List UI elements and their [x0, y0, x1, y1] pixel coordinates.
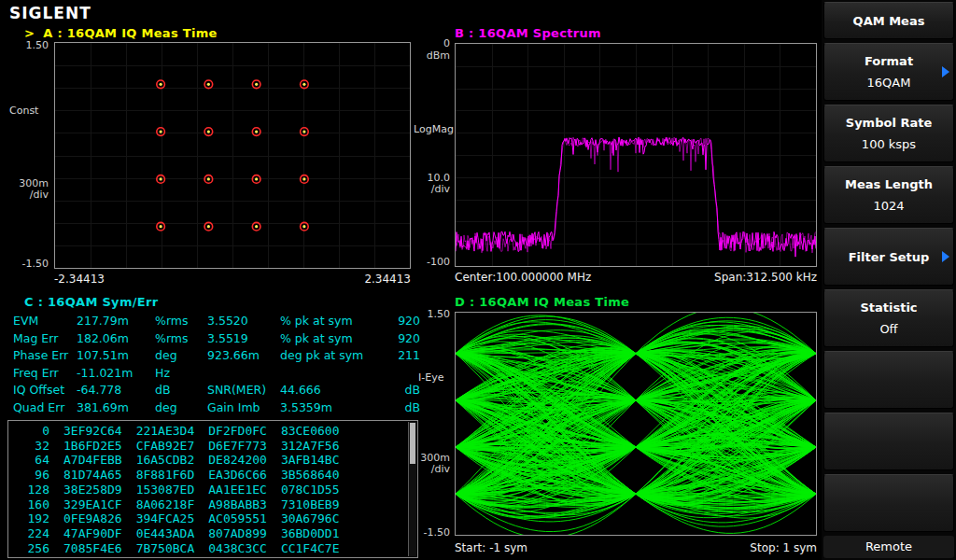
submenu-arrow-icon: [942, 251, 949, 262]
sym-err-meas-table: EVM217.79m%rms3.5520% pk at sym920Mag Er…: [13, 314, 420, 417]
meas-cell: [207, 366, 280, 384]
softkey-filter-setup[interactable]: Filter Setup: [823, 228, 954, 286]
meas-cell: 381.69m: [77, 400, 155, 418]
constellation-canvas: [55, 43, 410, 268]
meas-cell: EVM: [13, 314, 77, 331]
a-x-left-label: -2.34413: [54, 273, 105, 286]
softkey-filter-setup-label: Filter Setup: [824, 250, 953, 264]
eye-canvas: [456, 313, 816, 535]
symbol-table-row: 2567085F4E67B750BCA0438C3CCCC1F4C7E: [16, 541, 340, 556]
meas-cell: Hz: [155, 366, 207, 384]
softkey-statistic[interactable]: Statistic Off: [823, 289, 954, 347]
panel-b-spectrum[interactable]: B : 16QAM Spectrum 0 dBm LogMag 10.0 /di…: [411, 24, 822, 289]
b-span-label: Span:312.500 kHz: [714, 271, 817, 284]
d-start-label: Start: -1 sym: [455, 541, 527, 554]
softkey-format-value: 16QAM: [824, 76, 953, 90]
meas-cell: 3.5520: [207, 314, 280, 331]
symbol-table-row: 160329EA1CF8A06218FA98BABB37310BEB9: [16, 497, 340, 512]
symbol-table-row: 64A7D4FEBB16A5CDB2DE8242003AFB14BC: [16, 453, 340, 468]
softkey-blank-2: [823, 413, 954, 470]
constellation-plot-area: [54, 42, 411, 269]
b-scale-type-label: LogMag: [414, 123, 454, 135]
spectrum-plot-area: [455, 43, 817, 267]
meas-cell: SNR(MER): [207, 383, 280, 400]
b-ref-unit-label: dBm: [411, 49, 450, 62]
meas-cell: deg: [155, 400, 207, 418]
d-scale-per-div-unit: /div: [411, 463, 450, 475]
meas-cell: deg pk at sym: [280, 348, 385, 366]
panel-d-eye-diagram[interactable]: D : 16QAM IQ Meas Time 1.50 I-Eye 300m /…: [411, 291, 822, 560]
meas-cell: 182.06m: [77, 331, 155, 349]
meas-cell: 923.66m: [207, 348, 280, 366]
d-trace-format-label: I-Eye: [418, 371, 443, 384]
d-y-bottom-label: -1.50: [411, 526, 450, 539]
siglent-logo: SIGLENT: [9, 4, 91, 22]
softkey-format-label: Format: [824, 54, 953, 68]
meas-cell: 107.51m: [77, 348, 155, 366]
symbol-table-row: 22447AF90DF0E443ADA807AD89936BD0DD1: [16, 526, 340, 541]
submenu-arrow-icon: [942, 66, 949, 77]
meas-cell: deg: [155, 348, 207, 366]
panel-c-title: C : 16QAM Sym/Err: [24, 295, 158, 309]
symbol-table-row: 12838E258D9153087EDAA1EE1EC078C1D55: [16, 483, 340, 497]
softkey-blank-1: [823, 351, 954, 409]
panel-a-title: A : 16QAM IQ Meas Time: [43, 26, 217, 40]
meas-cell: Phase Err: [13, 348, 77, 366]
analyzer-screen: SIGLENT >A : 16QAM IQ Meas Time 1.50 Con…: [0, 0, 956, 560]
remote-status[interactable]: Remote: [823, 536, 954, 558]
spectrum-canvas: [456, 44, 816, 266]
meas-cell: Freq Err: [13, 366, 77, 384]
symbol-table-row: 1920FE9A826394FCA25AC05955130A6796C: [16, 511, 340, 526]
softkey-statistic-label: Statistic: [824, 301, 953, 315]
softkey-blank-3: [823, 474, 954, 532]
softkey-symbol-rate-label: Symbol Rate: [824, 116, 953, 130]
meas-cell: 44.666: [280, 383, 385, 400]
meas-cell: IQ Offset: [13, 383, 77, 400]
symbol-table-row: 321B6FD2E5CFAB92E7D6E7F773312A7F56: [16, 439, 340, 454]
softkey-symbol-rate[interactable]: Symbol Rate 100 ksps: [823, 105, 954, 162]
meas-cell: dB: [155, 383, 207, 400]
symbol-table-box: 03EF92C64221AE3D4DF2FD0FC83CE0600321B6FD…: [7, 420, 418, 558]
eye-plot-area: [455, 312, 817, 536]
meas-cell: Gain Imb: [207, 400, 280, 418]
d-y-top-label: 1.50: [411, 308, 450, 320]
meas-cell: %rms: [155, 314, 207, 331]
softkey-format[interactable]: Format 16QAM: [823, 43, 954, 101]
b-scale-per-div-unit: /div: [411, 183, 450, 195]
active-window-marker: >: [24, 26, 35, 40]
b-ref-level-label: 0: [411, 37, 450, 49]
meas-cell: Mag Err: [13, 331, 77, 349]
meas-cell: 3.5359m: [280, 400, 385, 418]
symbol-table-row: 03EF92C64221AE3D4DF2FD0FC83CE0600: [16, 424, 340, 439]
softkey-menu: QAM Meas Format 16QAM Symbol Rate 100 ks…: [822, 0, 956, 560]
panel-d-title: D : 16QAM IQ Meas Time: [455, 295, 629, 309]
softkey-meas-length-value: 1024: [824, 199, 953, 213]
softkey-meas-length-label: Meas Length: [824, 177, 953, 191]
a-y-bottom-label: -1.50: [7, 258, 49, 270]
meas-cell: Quad Err: [13, 400, 77, 418]
meas-cell: 217.79m: [77, 314, 155, 331]
softkey-meas-length[interactable]: Meas Length 1024: [823, 166, 954, 224]
meas-cell: -64.778: [77, 383, 155, 400]
panel-c-sym-err[interactable]: C : 16QAM Sym/Err EVM217.79m%rms3.5520% …: [6, 291, 422, 560]
symbol-table-row: 9681D74A658F881F6DEA3D6C663B568640: [16, 468, 340, 483]
a-trace-format-label: Const: [9, 105, 38, 117]
meas-cell: -11.021m: [77, 366, 155, 384]
b-center-freq-label: Center:100.000000 MHz: [455, 271, 591, 284]
meas-cell: [280, 366, 385, 384]
menu-title-qam-meas[interactable]: QAM Meas: [823, 2, 954, 39]
meas-cell: 3.5519: [207, 331, 280, 349]
a-scale-per-div-unit: /div: [7, 189, 49, 201]
panel-b-title: B : 16QAM Spectrum: [455, 26, 601, 40]
softkey-statistic-value: Off: [824, 322, 953, 336]
meas-cell: %rms: [155, 331, 207, 349]
a-y-top-label: 1.50: [7, 39, 49, 51]
symbol-table-rows: 03EF92C64221AE3D4DF2FD0FC83CE0600321B6FD…: [16, 424, 340, 555]
meas-cell: % pk at sym: [280, 331, 385, 349]
softkey-symbol-rate-value: 100 ksps: [824, 137, 953, 151]
menu-title-label: QAM Meas: [824, 14, 953, 28]
meas-cell: % pk at sym: [280, 314, 385, 331]
d-stop-label: Stop: 1 sym: [750, 541, 817, 554]
a-x-right-label: 2.34413: [364, 273, 411, 286]
panel-a-constellation[interactable]: >A : 16QAM IQ Meas Time 1.50 Const 300m …: [6, 24, 422, 289]
